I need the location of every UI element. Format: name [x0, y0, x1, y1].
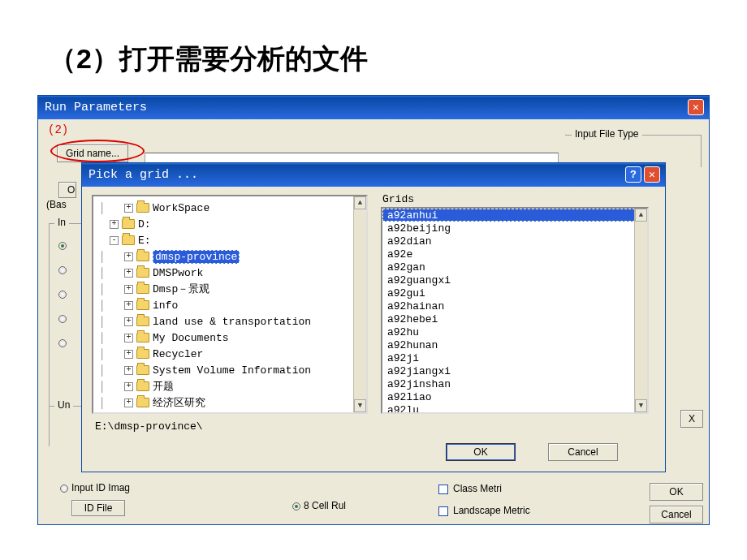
- tree-item[interactable]: │+System Volume Information: [95, 362, 365, 378]
- grid-item[interactable]: a92e: [382, 248, 647, 261]
- expand-icon[interactable]: +: [124, 285, 133, 294]
- folder-icon: [136, 268, 149, 278]
- expand-icon[interactable]: +: [124, 398, 133, 407]
- tree-item[interactable]: │+经济区研究: [95, 394, 365, 411]
- x-button[interactable]: X: [680, 410, 703, 428]
- o-button[interactable]: O: [58, 182, 76, 198]
- expand-icon[interactable]: -: [110, 236, 119, 245]
- tree-scrollbar[interactable]: ▲ ▼: [353, 196, 366, 412]
- run-params-ok-button[interactable]: OK: [650, 483, 703, 501]
- input-id-imag-label: Input ID Imag: [71, 482, 130, 493]
- radio-in-5[interactable]: [58, 337, 70, 348]
- un-label: Un: [54, 399, 73, 411]
- grid-item[interactable]: a92ji: [382, 351, 647, 364]
- tree-item[interactable]: │+DMSPwork: [95, 265, 365, 281]
- pick-grid-title: Pick a grid ...: [89, 168, 623, 182]
- close-icon[interactable]: ✕: [688, 99, 704, 115]
- grid-item[interactable]: a92hunan: [382, 338, 647, 351]
- folder-icon: [136, 349, 149, 359]
- expand-icon[interactable]: +: [124, 317, 133, 326]
- grid-item[interactable]: a92hebei: [382, 312, 647, 325]
- folder-icon: [136, 252, 149, 261]
- expand-icon[interactable]: +: [124, 204, 133, 213]
- landscape-metric-label: Landscape Metric: [453, 505, 530, 516]
- id-file-button[interactable]: ID File: [71, 500, 125, 516]
- grid-item[interactable]: a92jiangxi: [382, 364, 647, 377]
- expand-icon[interactable]: +: [124, 252, 133, 261]
- input-id-imag-radio[interactable]: Input ID Imag: [60, 482, 130, 493]
- grids-scrollbar[interactable]: ▲ ▼: [634, 209, 647, 412]
- input-file-type-label: Input File Type: [572, 128, 642, 140]
- expand-icon[interactable]: +: [124, 301, 133, 310]
- pick-grid-ok-button[interactable]: OK: [446, 443, 516, 461]
- grid-item[interactable]: a92beijing: [382, 222, 647, 235]
- class-metric-label: Class Metri: [453, 483, 502, 494]
- scroll-down-icon[interactable]: ▼: [635, 399, 647, 412]
- folder-icon: [136, 284, 149, 294]
- grid-name-button[interactable]: Grid name...: [57, 144, 128, 162]
- step-marker: (2): [48, 123, 68, 136]
- bas-label: (Bas: [46, 199, 67, 210]
- folder-icon: [122, 219, 135, 229]
- run-params-cancel-button[interactable]: Cancel: [650, 506, 703, 523]
- expand-icon[interactable]: +: [124, 334, 133, 342]
- grid-item[interactable]: a92liao: [382, 390, 647, 403]
- tree-item[interactable]: │+dmsp-province: [95, 248, 365, 265]
- grids-label: Grids: [382, 193, 414, 205]
- expand-icon[interactable]: +: [124, 269, 133, 278]
- pick-grid-body: │+WorkSpace+D:-E:│+dmsp-province│+DMSPwo…: [82, 187, 665, 471]
- class-metric-checkbox[interactable]: Class Metri: [438, 483, 502, 494]
- tree-item[interactable]: │+land use & transportation: [95, 313, 365, 330]
- slide-title: （2）打开需要分析的文件: [49, 41, 368, 78]
- pick-grid-close-icon[interactable]: ✕: [644, 166, 660, 183]
- pick-grid-cancel-button[interactable]: Cancel: [548, 443, 618, 461]
- grids-list[interactable]: a92anhuia92beijinga92diana92ea92gana92gu…: [381, 207, 649, 414]
- tree-item-label: Dmsp－景观: [153, 282, 209, 296]
- tree-item[interactable]: │+开题: [95, 378, 365, 394]
- tree-item[interactable]: │+My Documents: [95, 330, 365, 346]
- tree-item[interactable]: +D:: [95, 216, 365, 232]
- grid-item[interactable]: a92anhui: [382, 209, 647, 222]
- tree-item[interactable]: │+info: [95, 297, 365, 313]
- folder-icon: [122, 235, 135, 245]
- scroll-up-icon[interactable]: ▲: [354, 196, 366, 209]
- pick-grid-buttons: OK Cancel: [446, 443, 618, 461]
- tree-item[interactable]: │+Recycler: [95, 346, 365, 362]
- run-parameters-titlebar[interactable]: Run Parameters ✕: [38, 96, 709, 119]
- expand-icon[interactable]: +: [110, 220, 119, 229]
- grid-item[interactable]: a92gui: [382, 286, 647, 299]
- cell-rule-radio[interactable]: 8 Cell Rul: [292, 500, 346, 511]
- tree-item[interactable]: │+WorkSpace: [95, 200, 365, 216]
- folder-icon: [136, 333, 149, 342]
- radio-in-3[interactable]: [58, 288, 70, 299]
- run-parameters-title: Run Parameters: [45, 101, 685, 114]
- folder-icon: [136, 203, 149, 213]
- cell-rule-label: 8 Cell Rul: [304, 500, 346, 511]
- tree-item-label: Recycler: [153, 348, 203, 360]
- grid-item[interactable]: a92guangxi: [382, 274, 647, 286]
- tree-item-label: E:: [138, 235, 151, 247]
- grid-item[interactable]: a92hainan: [382, 299, 647, 312]
- help-icon[interactable]: ?: [625, 166, 641, 183]
- un-group: Un: [49, 406, 81, 446]
- landscape-metric-checkbox[interactable]: Landscape Metric: [438, 505, 530, 516]
- radio-in-4[interactable]: [58, 312, 70, 324]
- scroll-down-icon[interactable]: ▼: [354, 399, 366, 412]
- expand-icon[interactable]: +: [124, 350, 133, 359]
- tree-item[interactable]: │+Dmsp－景观: [95, 281, 365, 297]
- folder-tree[interactable]: │+WorkSpace+D:-E:│+dmsp-province│+DMSPwo…: [92, 195, 368, 414]
- expand-icon[interactable]: +: [124, 382, 133, 391]
- grid-item[interactable]: a92lu: [382, 403, 647, 414]
- radio-in-2[interactable]: [58, 264, 70, 275]
- pick-grid-titlebar[interactable]: Pick a grid ... ? ✕: [82, 163, 665, 187]
- tree-item-label: info: [153, 299, 178, 312]
- grid-item[interactable]: a92gan: [382, 261, 647, 274]
- grid-item[interactable]: a92hu: [382, 325, 647, 338]
- grid-item[interactable]: a92jinshan: [382, 377, 647, 390]
- tree-item[interactable]: -E:: [95, 232, 365, 248]
- radio-in-1[interactable]: [58, 239, 70, 251]
- expand-icon[interactable]: +: [124, 366, 133, 375]
- scroll-up-icon[interactable]: ▲: [635, 209, 647, 222]
- grid-item[interactable]: a92dian: [382, 235, 647, 248]
- tree-item-label: land use & transportation: [153, 316, 311, 328]
